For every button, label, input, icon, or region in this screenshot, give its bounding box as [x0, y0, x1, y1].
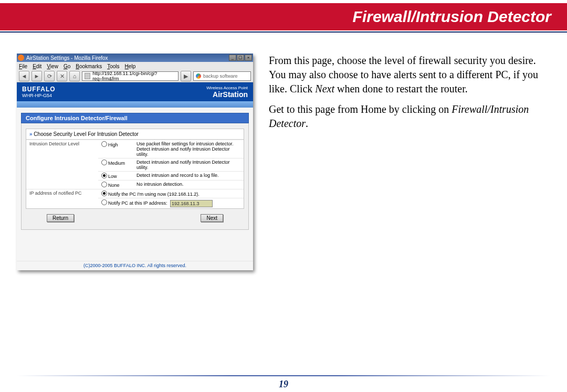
url-text: http://192.168.11.1/cgi-bin/cgi?req=frm&…: [92, 71, 176, 81]
radio-notify-current[interactable]: [101, 190, 107, 196]
next-keyword: Next: [315, 83, 334, 94]
window-close-button[interactable]: ×: [245, 55, 252, 61]
section-title: Configure Intrusion Detector/Firewall: [21, 113, 249, 123]
go-button[interactable]: ▶: [181, 71, 191, 81]
menu-bar: File Edit View Go Bookmarks Tools Help: [17, 62, 253, 70]
radio-none[interactable]: [101, 182, 107, 187]
home-button[interactable]: ⌂: [69, 71, 80, 81]
menu-go[interactable]: Go: [64, 63, 70, 69]
window-title: AirStation Settings - Mozilla Firefox: [26, 55, 227, 61]
ip-address-input[interactable]: 192.168.11.3: [170, 200, 213, 207]
router-tabstrip: [17, 101, 253, 108]
back-button[interactable]: ◄: [19, 71, 29, 81]
menu-bookmarks[interactable]: Bookmarks: [76, 63, 102, 69]
toolbar: ◄ ► ⟳ ✕ ⌂ http://192.168.11.1/cgi-bin/cg…: [17, 70, 253, 82]
search-engine-icon: [196, 73, 201, 79]
header-bar: Firewall/Intrusion Detector: [0, 3, 567, 30]
level-table: Intrusion Detector Level High Use packet…: [26, 140, 244, 189]
menu-edit[interactable]: Edit: [33, 63, 41, 69]
radio-notify-ip[interactable]: [101, 199, 107, 205]
menu-file[interactable]: File: [19, 63, 27, 69]
search-box[interactable]: backup software: [193, 71, 251, 81]
router-logo-main: AirStation: [206, 90, 248, 99]
radio-medium[interactable]: [101, 160, 107, 165]
ip-label: IP address of notified PC: [26, 189, 98, 208]
stop-button[interactable]: ✕: [57, 71, 67, 81]
router-brand: BUFFALO: [22, 86, 56, 93]
page-title: Firewall/Intrusion Detector: [353, 8, 551, 26]
menu-view[interactable]: View: [47, 63, 58, 69]
router-model: WHR-HP-G54: [22, 93, 56, 98]
firefox-icon: [18, 55, 24, 61]
return-button[interactable]: Return: [47, 214, 74, 222]
router-header: BUFFALO WHR-HP-G54 Wireless Access Point…: [17, 82, 253, 101]
router-copyright: (C)2000-2005 BUFFALO INC. All rights res…: [17, 261, 253, 270]
desc-low: Detect intrusion and record to a log fil…: [133, 172, 244, 181]
ip-table: IP address of notified PC Notify the PC …: [26, 189, 244, 208]
arrow-icon: »: [29, 131, 33, 137]
desc-none: No intrusion detection.: [133, 181, 244, 189]
next-button[interactable]: Next: [201, 214, 223, 222]
reload-button[interactable]: ⟳: [44, 71, 55, 81]
menu-tools[interactable]: Tools: [107, 63, 119, 69]
level-label: Intrusion Detector Level: [26, 140, 98, 189]
footer-rule: [17, 375, 550, 376]
window-titlebar: AirStation Settings - Mozilla Firefox _ …: [17, 54, 253, 62]
group-title: » Choose Security Level For Intrusion De…: [26, 129, 244, 140]
search-placeholder: backup software: [203, 73, 238, 79]
window-minimize-button[interactable]: _: [229, 55, 236, 61]
favicon-icon: [85, 73, 90, 79]
menu-help[interactable]: Help: [125, 63, 136, 69]
desc-medium: Detect intrusion and notify Intrusion De…: [133, 158, 244, 172]
router-logo-sub: Wireless Access Point: [206, 86, 248, 90]
address-bar[interactable]: http://192.168.11.1/cgi-bin/cgi?req=frm&…: [82, 71, 178, 81]
page-number: 19: [0, 379, 567, 390]
radio-low[interactable]: [101, 173, 107, 178]
window-maximize-button[interactable]: ▢: [237, 55, 244, 61]
radio-high[interactable]: [101, 141, 107, 147]
body-text: From this page, choose the level of fire…: [269, 54, 550, 137]
screenshot-panel: AirStation Settings - Mozilla Firefox _ …: [17, 54, 253, 270]
forward-button[interactable]: ►: [32, 71, 42, 81]
desc-high: Use packet filter settings for intrusion…: [133, 140, 244, 158]
